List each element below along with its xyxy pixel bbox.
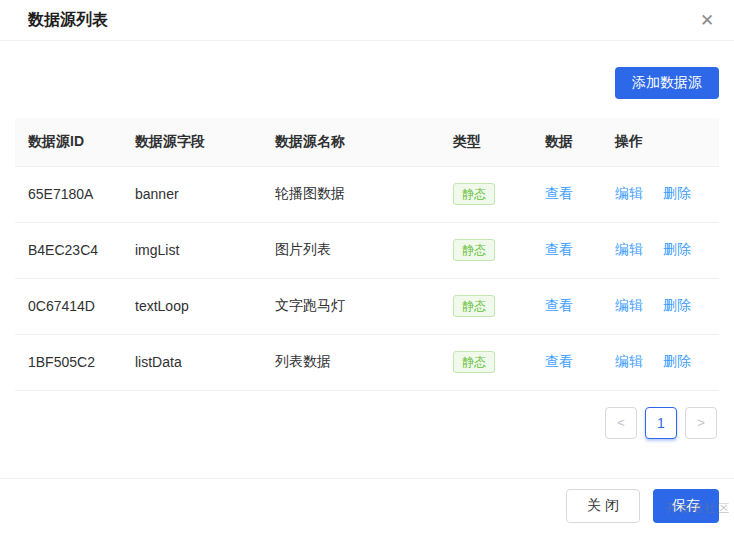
column-header-data: 数据	[532, 118, 602, 166]
view-link[interactable]: 查看	[545, 353, 573, 369]
pagination: < 1 >	[15, 407, 719, 439]
modal-body: 添加数据源 数据源ID 数据源字段 数据源名称 类型 数据 操作 65E7180…	[0, 41, 734, 478]
cell-field: textLoop	[122, 278, 262, 334]
view-link[interactable]: 查看	[545, 297, 573, 313]
pagination-next-button[interactable]: >	[685, 407, 717, 439]
chevron-right-icon: >	[697, 415, 705, 430]
view-link[interactable]: 查看	[545, 241, 573, 257]
modal-footer: 关 闭 保存 开发者社区	[0, 478, 734, 533]
type-badge: 静态	[453, 239, 495, 261]
toolbar: 添加数据源	[15, 67, 719, 99]
table-header-row: 数据源ID 数据源字段 数据源名称 类型 数据 操作	[15, 118, 719, 166]
cell-field: listData	[122, 334, 262, 390]
delete-link[interactable]: 删除	[663, 185, 691, 201]
delete-link[interactable]: 删除	[663, 241, 691, 257]
cell-id: 0C67414D	[15, 278, 122, 334]
table-row: B4EC23C4 imgList 图片列表 静态 查看 编辑 删除	[15, 222, 719, 278]
edit-link[interactable]: 编辑	[615, 353, 643, 369]
table-row: 0C67414D textLoop 文字跑马灯 静态 查看 编辑 删除	[15, 278, 719, 334]
cell-id: 65E7180A	[15, 166, 122, 222]
edit-link[interactable]: 编辑	[615, 241, 643, 257]
cell-name: 文字跑马灯	[262, 278, 440, 334]
delete-link[interactable]: 删除	[663, 353, 691, 369]
close-icon[interactable]: ✕	[696, 9, 718, 31]
column-header-actions: 操作	[602, 118, 719, 166]
column-header-field: 数据源字段	[122, 118, 262, 166]
column-header-id: 数据源ID	[15, 118, 122, 166]
view-link[interactable]: 查看	[545, 185, 573, 201]
cell-field: imgList	[122, 222, 262, 278]
type-badge: 静态	[453, 295, 495, 317]
data-source-list-modal: 数据源列表 ✕ 添加数据源 数据源ID 数据源字段 数据源名称 类型 数据 操作	[0, 0, 734, 533]
delete-link[interactable]: 删除	[663, 297, 691, 313]
column-header-type: 类型	[440, 118, 532, 166]
modal-title: 数据源列表	[28, 10, 108, 31]
table-row: 65E7180A banner 轮播图数据 静态 查看 编辑 删除	[15, 166, 719, 222]
table-row: 1BF505C2 listData 列表数据 静态 查看 编辑 删除	[15, 334, 719, 390]
chevron-left-icon: <	[617, 415, 625, 430]
type-badge: 静态	[453, 351, 495, 373]
edit-link[interactable]: 编辑	[615, 297, 643, 313]
data-source-table: 数据源ID 数据源字段 数据源名称 类型 数据 操作 65E7180A bann…	[15, 118, 719, 391]
cell-name: 图片列表	[262, 222, 440, 278]
add-data-source-button[interactable]: 添加数据源	[615, 67, 719, 99]
edit-link[interactable]: 编辑	[615, 185, 643, 201]
type-badge: 静态	[453, 183, 495, 205]
close-button[interactable]: 关 闭	[566, 489, 640, 523]
cell-field: banner	[122, 166, 262, 222]
save-button[interactable]: 保存	[653, 489, 719, 523]
cell-id: B4EC23C4	[15, 222, 122, 278]
cell-name: 列表数据	[262, 334, 440, 390]
pagination-prev-button[interactable]: <	[605, 407, 637, 439]
cell-name: 轮播图数据	[262, 166, 440, 222]
modal-header: 数据源列表 ✕	[0, 0, 734, 41]
pagination-page-1[interactable]: 1	[645, 407, 677, 439]
column-header-name: 数据源名称	[262, 118, 440, 166]
cell-id: 1BF505C2	[15, 334, 122, 390]
